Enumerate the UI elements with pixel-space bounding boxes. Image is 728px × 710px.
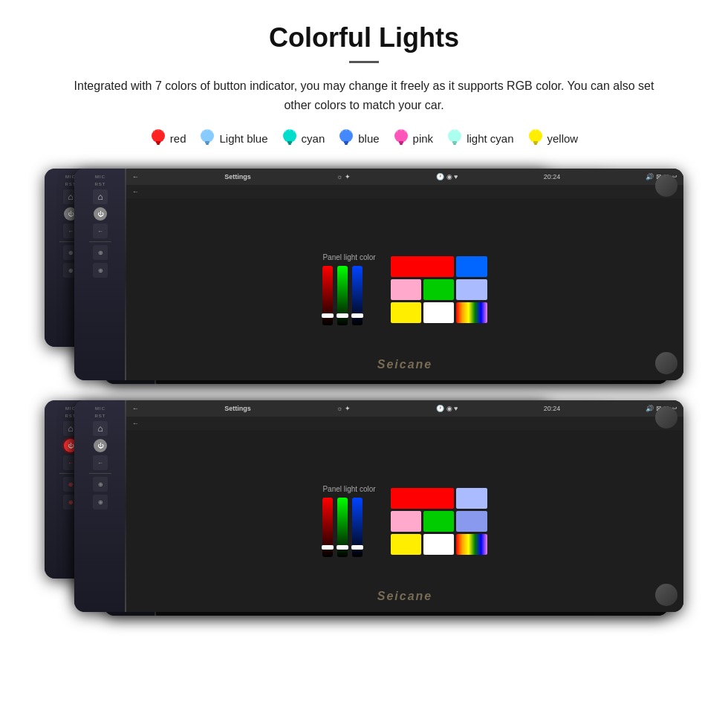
cg-lblue — [456, 279, 487, 300]
svg-rect-1 — [156, 141, 160, 143]
blue-slider-handle — [351, 313, 363, 318]
settings-title: Settings — [224, 173, 251, 180]
panel-light-section: Panel light color — [322, 253, 375, 325]
color-label-cyan: cyan — [302, 132, 325, 145]
cg-yellow — [391, 302, 421, 323]
blue-slider — [352, 266, 363, 325]
svg-line-5 — [162, 131, 163, 132]
color-grid-top — [391, 256, 487, 323]
color-label-pink: pink — [413, 132, 434, 145]
watermark-bot: Seicane — [377, 590, 432, 603]
svg-line-4 — [153, 131, 155, 132]
color-item-lightcyan: light cyan — [446, 128, 513, 149]
time-display: 20:24 — [544, 173, 561, 180]
color-label-yellow: yellow — [547, 132, 579, 145]
back-arrow: ← — [132, 173, 139, 180]
panel-light-label: Panel light color — [322, 253, 375, 261]
page-title: Colorful Lights — [30, 22, 698, 53]
svg-line-11 — [211, 131, 212, 132]
lightblue-bulb-icon — [199, 128, 215, 149]
status-icons: 🕐 ◉ ♥ — [436, 173, 458, 180]
red-bulb-icon — [150, 128, 166, 149]
svg-line-17 — [293, 131, 295, 132]
screen-ui-bot: ← Settings ☼ ✦ 🕐 ◉ ♥ 20:24 🔊 ⊠ ⊟ ↩ ← Pan… — [126, 400, 683, 612]
svg-rect-13 — [287, 141, 292, 143]
blue-bulb-icon — [338, 128, 354, 149]
color-item-blue: blue — [338, 128, 379, 149]
svg-line-40 — [530, 131, 532, 132]
color-item-red: red — [150, 128, 186, 149]
screen-header-top: ← Settings ☼ ✦ 🕐 ◉ ♥ 20:24 🔊 ⊠ ⊟ ↩ — [126, 169, 683, 185]
color-item-yellow: yellow — [527, 128, 579, 149]
svg-line-23 — [350, 131, 351, 132]
color-grid-bot — [391, 488, 487, 555]
svg-rect-14 — [288, 143, 291, 145]
lightcyan-bulb-icon — [446, 128, 463, 149]
red-slider-handle — [322, 313, 334, 318]
screen-header-bot: ← Settings ☼ ✦ 🕐 ◉ ♥ 20:24 🔊 ⊠ ⊟ ↩ — [126, 400, 683, 417]
svg-rect-19 — [344, 141, 348, 143]
svg-rect-20 — [345, 143, 348, 145]
cg-rainbow — [456, 302, 487, 323]
svg-rect-38 — [534, 143, 537, 145]
page-description: Integrated with 7 colors of button indic… — [67, 76, 661, 114]
cg-pink — [391, 279, 421, 300]
title-divider — [349, 61, 379, 63]
svg-rect-37 — [533, 141, 538, 143]
car-unit-front-bot: MIC RST ⌂ ⏻ ← ⊕ ⊕ ← Settings ☼ ✦ 🕐 ◉ ♥ 2… — [74, 400, 683, 612]
top-unit-group: MIC RST ⌂ ⏻ ← ⊕ ⊕ MIC RST ⌂ ⏻ ← — [30, 165, 698, 388]
unit-left-panel-front: MIC RST ⌂ ⏻ ← ⊕ ⊕ — [74, 169, 126, 380]
screen-body-bot: Panel light color — [126, 430, 683, 612]
cg-green — [423, 279, 454, 300]
color-label-red: red — [170, 132, 186, 145]
cg-white — [423, 302, 454, 323]
svg-rect-26 — [400, 143, 403, 145]
svg-rect-25 — [399, 141, 403, 143]
color-row: red Light blue cyan — [30, 128, 698, 149]
svg-rect-32 — [453, 143, 456, 145]
color-grid-section — [391, 256, 487, 323]
back-btn-screen: ← — [132, 188, 139, 195]
svg-line-16 — [285, 131, 286, 132]
cg-red-wide — [391, 256, 455, 277]
bottom-unit-group: MIC RST ⌂ ⏻ ← ⊕ ⊕ MIC RST ⌂ ⏻ ← — [30, 397, 698, 619]
svg-rect-31 — [452, 141, 457, 143]
svg-line-34 — [450, 131, 452, 132]
screen-body-top: Panel light color — [126, 198, 683, 380]
car-unit-front-top: MIC RST ⌂ ⏻ ← ⊕ ⊕ ← Settings ☼ ✦ 🕐 ◉ ♥ — [74, 169, 683, 380]
watermark-top: Seicane — [377, 358, 432, 371]
cg-blue — [456, 256, 487, 277]
svg-line-28 — [396, 131, 397, 132]
settings-icons: ☼ ✦ — [337, 173, 351, 180]
screen-ui-top: ← Settings ☼ ✦ 🕐 ◉ ♥ 20:24 🔊 ⊠ ⊟ ↩ ← Pan… — [126, 169, 683, 380]
color-sliders — [322, 266, 375, 325]
cyan-bulb-icon — [282, 128, 298, 149]
color-item-cyan: cyan — [282, 128, 325, 149]
svg-line-22 — [342, 131, 343, 132]
color-label-lightcyan: light cyan — [467, 132, 513, 145]
unit-screen-front-bot: ← Settings ☼ ✦ 🕐 ◉ ♥ 20:24 🔊 ⊠ ⊟ ↩ ← Pan… — [126, 400, 683, 612]
svg-rect-7 — [205, 141, 209, 143]
page-container: Colorful Lights Integrated with 7 colors… — [0, 0, 728, 634]
svg-rect-2 — [157, 143, 160, 145]
pink-bulb-icon — [393, 128, 409, 149]
color-label-blue: blue — [358, 132, 379, 145]
color-label-lightblue: Light blue — [219, 132, 267, 145]
svg-line-35 — [458, 131, 460, 132]
svg-line-41 — [539, 131, 541, 132]
svg-line-10 — [203, 131, 204, 132]
svg-rect-8 — [206, 143, 209, 145]
green-slider — [337, 266, 348, 325]
green-slider-handle — [337, 313, 348, 318]
unit-screen-front-top: ← Settings ☼ ✦ 🕐 ◉ ♥ 20:24 🔊 ⊠ ⊟ ↩ ← Pan… — [126, 169, 683, 380]
yellow-bulb-icon — [527, 128, 544, 149]
svg-line-29 — [405, 131, 406, 132]
red-slider — [322, 266, 333, 325]
color-item-pink: pink — [393, 128, 434, 149]
color-item-lightblue: Light blue — [199, 128, 267, 149]
